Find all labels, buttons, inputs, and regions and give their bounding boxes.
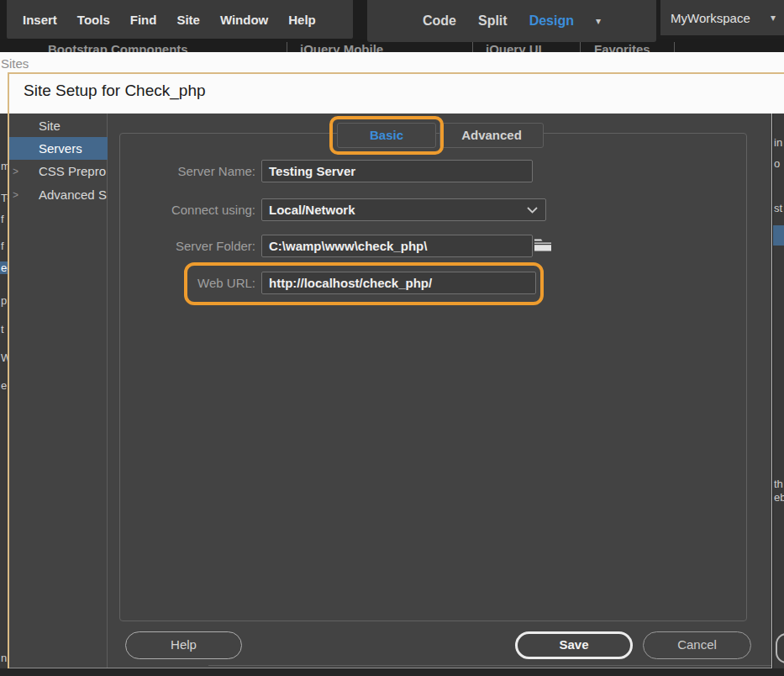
background-text-fragment: in xyxy=(774,136,782,149)
chevron-down-icon: ▾ xyxy=(771,12,776,24)
sidebar-item-advanced-settings[interactable]: >Advanced S xyxy=(8,184,108,206)
manage-sites-header: Sites xyxy=(1,56,29,71)
background-bottom-edge xyxy=(0,668,784,676)
help-button[interactable]: Help xyxy=(125,631,242,659)
save-button[interactable]: Save xyxy=(515,631,633,659)
web-url-row: Web URL: http://localhost/check_php/ xyxy=(108,272,536,294)
workspace-label: MyWorkspace xyxy=(671,11,750,25)
workspace-switcher[interactable]: MyWorkspace ▾ xyxy=(660,0,784,35)
web-url-label: Web URL: xyxy=(108,276,255,290)
background-text-fragment: f xyxy=(1,213,4,225)
view-switcher: Code Split Design ▾ xyxy=(367,0,656,42)
background-window-right-edge: in o st th eb xyxy=(773,114,784,668)
background-button-fragment xyxy=(776,633,784,663)
sidebar-item-css-preprocessors[interactable]: >CSS Prepro xyxy=(8,161,108,182)
view-mode-design[interactable]: Design xyxy=(529,13,574,29)
view-mode-code[interactable]: Code xyxy=(423,13,456,29)
tab-advanced[interactable]: Advanced xyxy=(439,123,544,148)
menu-item-tools[interactable]: Tools xyxy=(77,13,110,27)
connect-using-select[interactable]: Local/Network xyxy=(261,198,546,221)
background-text-fragment: th xyxy=(774,478,783,490)
server-folder-label: Server Folder: xyxy=(108,239,255,253)
background-text-fragment: t xyxy=(1,323,4,335)
background-text-fragment: f xyxy=(1,240,4,252)
insert-tab-jquery-mobile[interactable]: jQuery Mobile xyxy=(300,42,383,52)
dreamweaver-window: Insert Tools Find Site Window Help Code … xyxy=(0,0,784,676)
tab-separator xyxy=(580,42,581,52)
folder-icon xyxy=(533,236,553,253)
sidebar-item-servers[interactable]: Servers xyxy=(8,137,108,160)
tab-separator xyxy=(674,42,675,52)
background-text-fragment: T- xyxy=(1,192,8,204)
sidebar-item-site[interactable]: Site xyxy=(8,115,108,137)
server-name-input[interactable]: Testing Server xyxy=(261,160,533,182)
menu-item-help[interactable]: Help xyxy=(288,13,316,27)
connect-using-value: Local/Network xyxy=(269,203,355,217)
background-selected-row-fragment xyxy=(773,225,784,246)
insert-tab-favorites[interactable]: Favorites xyxy=(594,42,650,52)
cancel-button[interactable]: Cancel xyxy=(643,631,751,659)
chevron-right-icon: > xyxy=(13,184,23,206)
connect-using-label: Connect using: xyxy=(108,203,255,217)
server-name-label: Server Name: xyxy=(108,164,255,178)
menu-item-find[interactable]: Find xyxy=(130,13,157,27)
view-mode-split[interactable]: Split xyxy=(478,13,508,29)
menu-item-insert[interactable]: Insert xyxy=(23,13,57,27)
chevron-down-icon[interactable]: ▾ xyxy=(596,15,601,27)
background-text-fragment: n xyxy=(1,652,7,664)
tab-separator xyxy=(472,42,473,52)
dialog-title: Site Setup for Check_php xyxy=(24,82,206,100)
background-text-fragment: st xyxy=(774,202,782,214)
dialog-title-area: Sites Site Setup for Check_php xyxy=(0,52,784,114)
site-setup-dialog-body: Site Servers >CSS Prepro >Advanced S Bas… xyxy=(8,114,772,668)
background-text-fragment: eb xyxy=(774,491,784,504)
sidebar-item-label: Advanced S xyxy=(39,187,107,202)
dialog-sidebar: Site Servers >CSS Prepro >Advanced S xyxy=(8,114,108,668)
dialog-footer-divider xyxy=(208,665,771,666)
web-url-input[interactable]: http://localhost/check_php/ xyxy=(261,272,536,294)
background-text-fragment: p xyxy=(1,294,7,307)
background-window-left-edge: m T- f f ec p t W e n xyxy=(0,114,8,668)
background-text-fragment: o xyxy=(774,157,780,170)
chevron-down-icon xyxy=(527,207,538,214)
background-selected-row-fragment: ec xyxy=(0,261,8,274)
background-text-fragment: W xyxy=(1,351,8,364)
menu-item-site[interactable]: Site xyxy=(176,13,200,27)
chevron-right-icon: > xyxy=(13,161,23,182)
menu-bar: Insert Tools Find Site Window Help xyxy=(7,0,353,39)
connect-using-row: Connect using: Local/Network xyxy=(108,198,546,221)
insert-tab-bootstrap-components[interactable]: Bootstrap Components xyxy=(48,42,188,52)
background-text-fragment: e xyxy=(1,379,7,392)
menu-item-window[interactable]: Window xyxy=(220,13,268,27)
dialog-top-border xyxy=(8,72,784,74)
insert-tab-jquery-ui[interactable]: jQuery UI xyxy=(486,42,542,52)
sidebar-item-label: CSS Prepro xyxy=(39,164,106,178)
server-folder-row: Server Folder: C:\wamp\www\check_php\ xyxy=(108,235,533,257)
dialog-left-border xyxy=(8,72,9,669)
browse-folder-button[interactable] xyxy=(533,236,553,253)
dialog-main: Basic Advanced Server Name: Testing Serv… xyxy=(108,114,771,668)
server-name-row: Server Name: Testing Server xyxy=(108,160,533,182)
tab-separator xyxy=(287,42,287,52)
background-text-fragment: m xyxy=(1,160,8,172)
server-folder-input[interactable]: C:\wamp\www\check_php\ xyxy=(261,235,533,257)
tab-basic[interactable]: Basic xyxy=(337,123,436,148)
